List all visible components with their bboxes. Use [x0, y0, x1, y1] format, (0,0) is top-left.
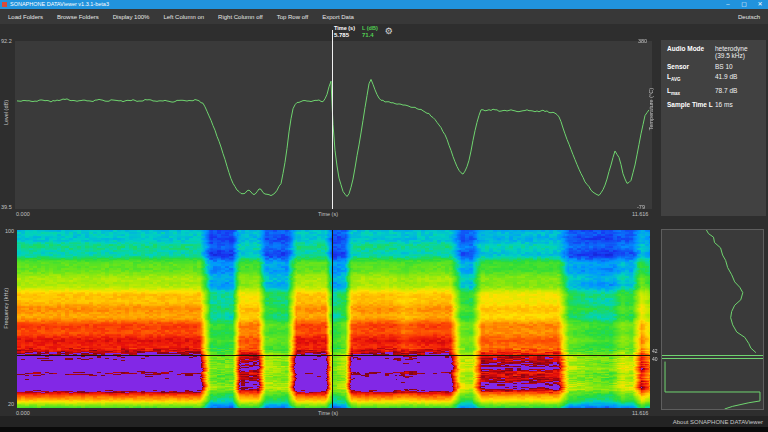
title-bar: SONAPHONE DATAViewer v1.3.1-beta3 – ▢ ✕: [0, 0, 768, 9]
close-button[interactable]: ✕: [752, 0, 768, 9]
level-xmin-tick: 0.000: [16, 211, 30, 217]
freq-ymin-tick: 20: [8, 401, 14, 407]
freq-marker-lower-label: 40: [652, 357, 658, 362]
frequency-profile-panel: [661, 229, 764, 410]
top-row-toggle[interactable]: Top Row off: [277, 14, 309, 20]
level-readout: L (dB) 71.4: [362, 25, 378, 39]
freq-ymax-tick: 100: [5, 228, 14, 234]
temp-y-axis-label: Temperature (°C): [648, 88, 654, 130]
level-y-axis-label: Level (dB): [3, 100, 9, 125]
freq-y-axis-label: Frequency (kHz): [3, 288, 9, 329]
language-button[interactable]: Deutsch: [738, 14, 760, 20]
load-folders-button[interactable]: Load Folders: [8, 14, 43, 20]
time-cursor-line[interactable]: [332, 30, 333, 209]
info-row-lavg: LAVG 41.9 dB: [667, 73, 760, 83]
info-row-sample-time: Sample Time L 16 ms: [667, 101, 760, 108]
app-icon: [2, 2, 7, 7]
sensor-value: BS 10: [715, 63, 733, 70]
audio-mode-value: heterodyne (39.5 kHz): [715, 45, 760, 59]
level-xmax-tick: 11.616: [632, 211, 648, 217]
audio-mode-label: Audio Mode: [667, 45, 704, 52]
measurement-info-panel: Audio Mode heterodyne (39.5 kHz) Sensor …: [661, 40, 766, 216]
level-ymin-tick: 39.5: [1, 204, 12, 210]
level-readout-label: L (dB): [362, 25, 378, 32]
minimize-button[interactable]: –: [720, 0, 736, 9]
about-link[interactable]: About SONAPHONE DATAViewer: [673, 419, 763, 425]
spectrogram-canvas[interactable]: [17, 230, 650, 408]
lmax-sub: max: [671, 91, 680, 96]
browse-folders-button[interactable]: Browse Folders: [57, 14, 99, 20]
level-ymax-tick: 92.2: [1, 38, 12, 44]
time-readout: Time (s) 5.785: [334, 25, 355, 39]
level-chart-canvas[interactable]: [17, 42, 650, 208]
level-readout-value: 71.4: [362, 32, 374, 39]
frequency-profile-canvas[interactable]: [662, 230, 763, 409]
window-title: SONAPHONE DATAViewer v1.3.1-beta3: [10, 0, 720, 9]
temp-ymin-tick: -79: [637, 204, 645, 210]
sensor-label: Sensor: [667, 63, 689, 70]
level-x-axis-label: Time (s): [318, 211, 338, 217]
info-row-sensor: Sensor BS 10: [667, 63, 760, 70]
cursor-readout: Time (s) 5.785 L (dB) 71.4 ⚙: [334, 25, 393, 39]
temp-ymax-tick: 380: [638, 38, 647, 44]
lmax-value: 78.7 dB: [715, 87, 737, 97]
status-bar: About SONAPHONE DATAViewer: [0, 416, 768, 427]
freq-marker-upper-label: 42: [652, 349, 658, 354]
info-row-lmax: Lmax 78.7 dB: [667, 87, 760, 97]
export-data-button[interactable]: Export Data: [322, 14, 354, 20]
app-window: SONAPHONE DATAViewer v1.3.1-beta3 – ▢ ✕ …: [0, 0, 768, 432]
time-readout-value: 5.785: [334, 32, 349, 39]
toolbar: Load Folders Browse Folders Display 100%…: [0, 9, 768, 24]
sample-time-label: Sample Time L: [667, 101, 713, 108]
time-readout-label: Time (s): [334, 25, 355, 32]
sample-time-value: 16 ms: [715, 101, 733, 108]
left-column-toggle[interactable]: Left Column on: [163, 14, 204, 20]
lavg-value: 41.9 dB: [715, 73, 737, 83]
lavg-sub: AVG: [671, 77, 680, 82]
settings-gear-icon[interactable]: ⚙: [385, 25, 393, 37]
display-100-button[interactable]: Display 100%: [113, 14, 150, 20]
maximize-button[interactable]: ▢: [736, 0, 752, 9]
bottom-strip: [0, 427, 768, 432]
right-column-toggle[interactable]: Right Column off: [218, 14, 263, 20]
info-row-audio-mode: Audio Mode heterodyne (39.5 kHz): [667, 45, 760, 59]
